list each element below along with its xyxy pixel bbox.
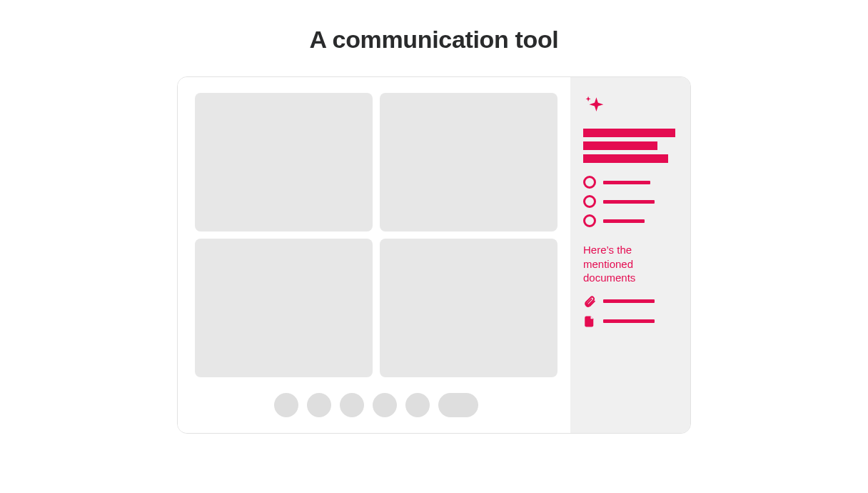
document-item[interactable] bbox=[583, 315, 679, 328]
option-label-placeholder bbox=[603, 219, 645, 223]
app-window: Here’s the mentioned documents bbox=[177, 76, 691, 434]
control-button[interactable] bbox=[405, 393, 430, 417]
control-button[interactable] bbox=[307, 393, 331, 417]
control-button[interactable] bbox=[373, 393, 397, 417]
document-list bbox=[583, 295, 679, 328]
document-name-placeholder bbox=[603, 299, 655, 303]
control-bar bbox=[195, 377, 557, 420]
video-grid bbox=[195, 93, 557, 377]
ai-side-panel: Here’s the mentioned documents bbox=[570, 77, 690, 433]
file-icon bbox=[583, 315, 596, 328]
text-bar bbox=[583, 154, 668, 163]
document-item[interactable] bbox=[583, 295, 679, 308]
end-call-button[interactable] bbox=[438, 393, 478, 417]
video-tile[interactable] bbox=[380, 93, 557, 231]
control-button[interactable] bbox=[340, 393, 364, 417]
sparkle-icon bbox=[583, 94, 607, 119]
video-tile[interactable] bbox=[195, 239, 373, 377]
summary-placeholder bbox=[583, 129, 679, 163]
option-label-placeholder bbox=[603, 200, 655, 204]
main-area bbox=[178, 77, 570, 433]
radio-icon bbox=[583, 214, 596, 227]
video-tile[interactable] bbox=[195, 93, 373, 231]
option-list bbox=[583, 176, 679, 227]
paperclip-icon bbox=[583, 295, 596, 308]
option-item[interactable] bbox=[583, 214, 679, 227]
option-label-placeholder bbox=[603, 181, 650, 184]
control-button[interactable] bbox=[274, 393, 298, 417]
documents-heading: Here’s the mentioned documents bbox=[583, 243, 679, 285]
document-name-placeholder bbox=[603, 319, 655, 323]
radio-icon bbox=[583, 176, 596, 189]
video-tile[interactable] bbox=[380, 239, 557, 377]
text-bar bbox=[583, 129, 675, 137]
option-item[interactable] bbox=[583, 176, 679, 189]
text-bar bbox=[583, 141, 657, 150]
page-title: A communication tool bbox=[310, 26, 559, 54]
option-item[interactable] bbox=[583, 195, 679, 208]
radio-icon bbox=[583, 195, 596, 208]
